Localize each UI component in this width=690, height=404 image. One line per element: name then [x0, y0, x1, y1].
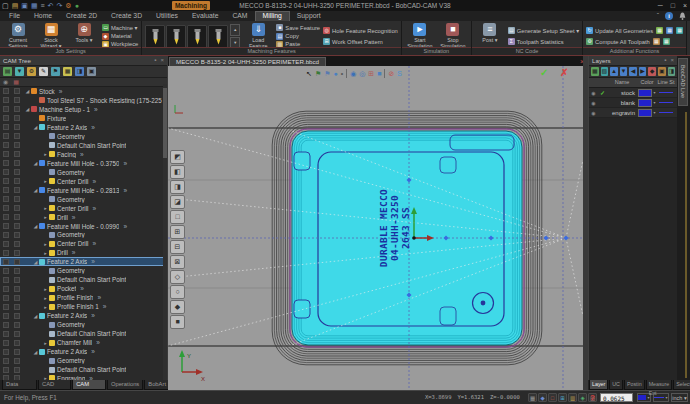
tree-row[interactable]: ◢Stock» [0, 87, 167, 96]
copy-button[interactable]: ▤Copy [276, 33, 320, 40]
tree-row[interactable]: Fixture [0, 114, 167, 123]
panel-tab-cad-tree[interactable]: CAD Tree [38, 380, 71, 390]
visibility-checkbox[interactable] [14, 250, 20, 256]
snap-increment-input[interactable]: 0.0625 [600, 393, 633, 402]
expand-arrow-icon[interactable]: ▸ [42, 304, 49, 310]
post-checkbox[interactable] [3, 97, 9, 103]
entity-snap-icon[interactable]: ⊞ [558, 393, 567, 402]
ucs-toggle-icon[interactable]: ◈ [578, 393, 587, 402]
visibility-checkbox[interactable] [14, 142, 20, 148]
panel-tab-uc[interactable]: UC [609, 380, 623, 390]
forward-arrows-icon[interactable]: » [93, 205, 97, 212]
shade-mode-button[interactable]: ■ [170, 315, 185, 329]
minimize-button[interactable]: ─ [658, 2, 663, 9]
start-simulation-button[interactable]: ►Start Simulation [405, 22, 435, 49]
collapse-arrow-icon[interactable]: ◢ [32, 223, 39, 229]
current-settings-button[interactable]: ⚙Current Settings [3, 22, 33, 49]
tool-holder-icon[interactable] [145, 25, 165, 49]
expand-arrow-icon[interactable]: ▸ [42, 295, 49, 301]
tab-evaluate[interactable]: Evaluate [185, 11, 225, 21]
post-column-icon[interactable]: ▦ [13, 78, 19, 86]
tree-row[interactable]: Geometry [0, 320, 167, 329]
post-checkbox[interactable] [3, 142, 9, 148]
tree-expand-icon[interactable]: ▤ [3, 67, 12, 76]
forward-arrows-icon[interactable]: » [96, 339, 100, 346]
tree-row[interactable]: ◢Feature Mill Hole - 0.2813» [0, 186, 167, 195]
post-checkbox[interactable] [3, 259, 9, 265]
scroll-up-icon[interactable]: ▲ [230, 24, 240, 36]
visibility-checkbox[interactable] [14, 106, 20, 112]
tab-create-3d[interactable]: Create 3D [104, 11, 149, 21]
panel-splitter[interactable] [583, 56, 588, 390]
post-checkbox[interactable] [3, 115, 9, 121]
cad-viewport[interactable]: ↖⚑⚑●•◉◎⊞■⊘S ✓ ✗ ◩◧◨◪□⊞⊟⊠◇○◆■ [168, 66, 588, 390]
visibility-checkbox[interactable] [14, 241, 20, 247]
stock-wizard-button[interactable]: ▦Stock Wizard ▾ [36, 22, 66, 49]
post-checkbox[interactable] [3, 322, 9, 328]
layer-line-style[interactable] [657, 112, 675, 113]
visibility-checkbox[interactable] [14, 133, 20, 139]
tab-cam[interactable]: CAM [225, 11, 254, 21]
forward-arrows-icon[interactable]: » [103, 303, 107, 310]
visibility-checkbox[interactable] [14, 295, 20, 301]
load-feature-button[interactable]: ⇓Load Feature [243, 22, 273, 49]
layer-row[interactable]: ◉✓stock▾ [589, 88, 677, 98]
sphere-select-icon[interactable]: ● [333, 68, 337, 79]
notifications-bell-icon[interactable] [679, 12, 686, 20]
rotate-view-button[interactable]: ○ [170, 285, 185, 299]
layer-thumb-icon[interactable]: ◨ [668, 67, 676, 76]
visibility-checkbox[interactable] [14, 169, 20, 175]
forward-arrows-icon[interactable]: » [80, 151, 84, 158]
layer-color-dropdown[interactable]: ▾ [637, 109, 657, 117]
tree-row[interactable]: ◢Feature 2 Axis» [0, 311, 167, 320]
visibility-checkbox[interactable] [14, 115, 20, 121]
grid-snap-icon[interactable]: ⊞ [368, 68, 374, 79]
tool-holder-icon[interactable] [187, 25, 207, 49]
collapse-arrow-icon[interactable]: ◢ [32, 187, 39, 193]
view-bottom-button[interactable]: ⊟ [170, 240, 185, 254]
visibility-checkbox[interactable] [14, 277, 20, 283]
visibility-checkbox[interactable] [14, 358, 20, 364]
tab-support[interactable]: Support [290, 11, 328, 21]
zoom-window-button[interactable]: ◇ [170, 270, 185, 284]
tree-row[interactable]: Geometry [0, 195, 167, 204]
undo-icon[interactable]: ↶ [48, 2, 54, 9]
layer-line-style[interactable] [657, 102, 675, 103]
expand-arrow-icon[interactable]: ▸ [42, 250, 49, 256]
pan-view-button[interactable]: ◆ [170, 300, 185, 314]
help-icon[interactable]: ● [75, 2, 79, 9]
post-checkbox[interactable] [3, 268, 9, 274]
snap-toggle-icon[interactable]: ◆ [538, 393, 547, 402]
point-select-icon[interactable]: • [341, 68, 343, 79]
visibility-checkbox[interactable] [14, 367, 20, 373]
post-checkbox[interactable] [3, 178, 9, 184]
layer-right-icon[interactable]: ▶ [639, 67, 647, 76]
compute-all-toolpath-button[interactable]: ⚙Compute All Toolpath▦▦ [586, 38, 683, 45]
post-checkbox[interactable] [3, 205, 9, 211]
visibility-eye-icon[interactable]: ◉ [589, 110, 598, 116]
forward-arrows-icon[interactable]: » [72, 214, 76, 221]
post-checkbox[interactable] [3, 304, 9, 310]
expand-arrow-icon[interactable]: ▸ [42, 340, 49, 346]
collapse-arrow-icon[interactable]: ◢ [32, 349, 39, 355]
collapse-arrow-icon[interactable]: ◢ [32, 313, 39, 319]
visibility-eye-icon[interactable]: ◉ [589, 100, 598, 106]
panel-tab-selectio[interactable]: Selectio [673, 380, 690, 390]
expand-arrow-icon[interactable]: ▸ [42, 214, 49, 220]
tree-machine-icon[interactable]: ◨ [75, 67, 84, 76]
forward-arrows-icon[interactable]: » [97, 294, 101, 301]
forward-arrows-icon[interactable]: » [93, 178, 97, 185]
tree-post-icon[interactable]: ⚑ [51, 67, 60, 76]
zoom-extents-button[interactable]: ⊠ [170, 255, 185, 269]
forward-arrows-icon[interactable]: » [91, 312, 95, 319]
tab-file[interactable]: File [2, 11, 27, 21]
tree-row[interactable]: ◢Feature 2 Axis» [0, 347, 167, 356]
visibility-checkbox[interactable] [14, 223, 20, 229]
ribbon-collapse-icon[interactable]: ˆ [657, 12, 659, 20]
panel-tab-operations[interactable]: Operations [107, 380, 143, 390]
layer-row[interactable]: ◉engravin▾ [589, 108, 677, 118]
post-checkbox[interactable] [3, 196, 9, 202]
expand-arrow-icon[interactable]: ▸ [42, 241, 49, 247]
layer-new-icon[interactable]: ▦ [591, 67, 599, 76]
post-checkbox[interactable] [3, 331, 9, 337]
